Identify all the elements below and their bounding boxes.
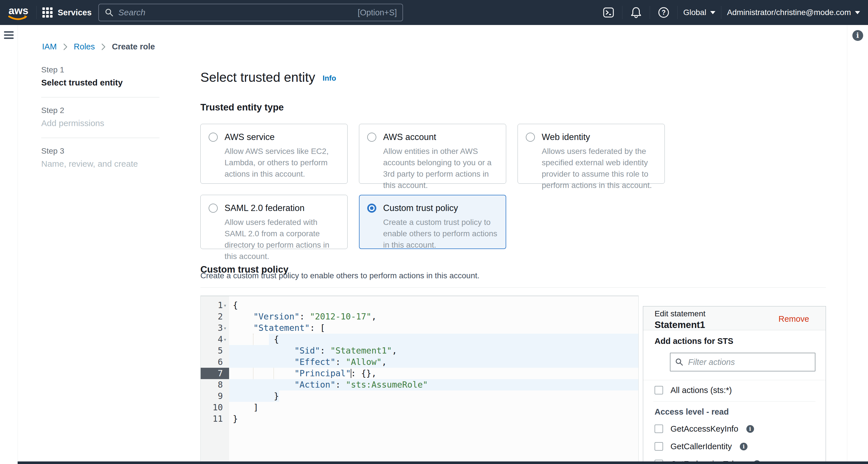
code-lines: 1 ▾ { 2 "Version": "2012-10-17", 3 ▾ "St… xyxy=(200,300,638,425)
fold-arrow-icon[interactable]: ▾ xyxy=(223,300,229,311)
aws-logo-icon: aws xyxy=(7,4,31,21)
policy-code-editor[interactable]: 1 ▾ { 2 "Version": "2012-10-17", 3 ▾ "St… xyxy=(200,296,639,461)
info-icon[interactable]: i xyxy=(852,30,863,41)
all-actions-checkbox[interactable] xyxy=(655,386,663,394)
card-title: AWS service xyxy=(224,132,339,142)
topbar-divider xyxy=(721,6,721,19)
topbar-divider xyxy=(650,6,650,19)
radio-icon[interactable] xyxy=(367,204,376,213)
code-text: "Action": "sts:AssumeRole" xyxy=(229,379,638,391)
step-number: Step 2 xyxy=(41,106,159,115)
remove-statement-button[interactable]: Remove xyxy=(778,314,809,324)
radio-icon[interactable] xyxy=(526,133,535,142)
access-level-heading: Access level - read xyxy=(655,407,826,417)
edit-statement-header: Edit statement Statement1 Remove xyxy=(643,306,826,330)
code-line[interactable]: 9 } xyxy=(200,391,638,402)
line-number-cell: 11 xyxy=(200,413,229,425)
svg-text:?: ? xyxy=(662,9,665,16)
search-icon xyxy=(675,358,684,366)
info-icon[interactable]: i xyxy=(746,425,754,433)
code-text: "Principal": {}, xyxy=(229,368,638,379)
code-line[interactable]: 3 ▾ "Statement": [ xyxy=(200,322,638,334)
step-divider xyxy=(41,97,159,97)
help-button[interactable]: ? xyxy=(657,6,670,19)
breadcrumb-link[interactable]: IAM xyxy=(42,42,57,52)
iam-create-role-page: aws Services Search [Option+S] xyxy=(0,0,868,464)
code-text: "Sid": "Statement1", xyxy=(229,345,638,356)
panel-divider xyxy=(643,380,826,380)
code-line[interactable]: 8 "Action": "sts:AssumeRole" xyxy=(200,379,638,391)
step-label: Select trusted entity xyxy=(41,78,159,88)
cloudshell-terminal-icon xyxy=(602,6,615,19)
all-actions-row: All actions (sts:*) xyxy=(643,385,826,396)
line-number-cell: 4 ▾ xyxy=(200,334,229,345)
chevron-down-icon xyxy=(710,11,715,14)
hamburger-menu-icon[interactable] xyxy=(4,31,13,39)
card-body: SAML 2.0 federation Allow users federate… xyxy=(224,203,339,241)
radio-icon[interactable] xyxy=(209,133,218,142)
card-title: AWS account xyxy=(383,132,498,142)
radio-icon[interactable] xyxy=(367,133,376,142)
add-actions-heading: Add actions for STS xyxy=(655,336,826,346)
step-divider xyxy=(41,138,159,138)
code-line[interactable]: 10 ] xyxy=(200,402,638,413)
line-number: 11 xyxy=(200,413,229,425)
code-line[interactable]: 6 "Effect": "Allow", xyxy=(200,356,638,368)
line-number: 8 xyxy=(200,379,229,391)
action-row: GetAccessKeyInfo i xyxy=(643,423,826,434)
line-number-cell: 3 ▾ xyxy=(200,322,229,334)
card-description: Create a custom trust policy to enable o… xyxy=(383,217,498,251)
aws-console-topbar: aws Services Search [Option+S] xyxy=(0,0,868,25)
code-line[interactable]: 4 ▾ { xyxy=(200,334,638,345)
fold-arrow-icon[interactable]: ▾ xyxy=(223,334,229,345)
code-text: } xyxy=(229,413,638,425)
breadcrumb: IAMRolesCreate role xyxy=(42,42,155,52)
account-label: Administrator/christine@mode.com xyxy=(727,8,851,17)
card-description: Allow entities in other AWS accounts bel… xyxy=(383,146,498,191)
entity-card-custom-trust-policy[interactable]: Custom trust policy Create a custom trus… xyxy=(359,195,506,249)
search-placeholder: Search xyxy=(118,8,353,17)
step-number: Step 1 xyxy=(41,65,159,74)
wizard-steps: Step 1 Select trusted entity Step 2 Add … xyxy=(41,65,159,169)
entity-card-aws-account[interactable]: AWS account Allow entities in other AWS … xyxy=(359,124,506,184)
code-line[interactable]: 1 ▾ { xyxy=(200,300,638,311)
radio-icon[interactable] xyxy=(209,204,218,213)
breadcrumb-link[interactable]: Roles xyxy=(74,42,95,52)
code-line[interactable]: 7 "Principal": {}, xyxy=(200,368,638,379)
entity-card-aws-service[interactable]: AWS service Allow AWS services like EC2,… xyxy=(200,124,348,184)
cloudshell-button[interactable] xyxy=(602,6,615,19)
search-input[interactable]: Search [Option+S] xyxy=(98,4,403,21)
topbar-divider xyxy=(677,6,678,19)
card-body: AWS account Allow entities in other AWS … xyxy=(383,132,498,175)
entity-card-saml-2-0-federation[interactable]: SAML 2.0 federation Allow users federate… xyxy=(200,195,348,249)
bell-icon xyxy=(630,6,642,19)
breadcrumb-chevron-icon xyxy=(63,43,68,51)
line-number: 2 xyxy=(200,311,229,322)
card-description: Allow users federated with SAML 2.0 from… xyxy=(224,217,339,262)
code-line[interactable]: 11 } xyxy=(200,413,638,425)
services-menu-button[interactable]: Services xyxy=(42,7,92,18)
info-icon[interactable]: i xyxy=(740,443,747,451)
step-number: Step 3 xyxy=(41,146,159,156)
services-grid-icon xyxy=(42,7,53,18)
region-selector[interactable]: Global xyxy=(683,8,715,17)
line-number-cell: 1 ▾ xyxy=(200,300,229,311)
filter-actions-input[interactable]: Filter actions xyxy=(670,353,815,371)
action-checkbox[interactable] xyxy=(655,442,663,451)
action-checkbox[interactable] xyxy=(655,425,663,433)
fold-arrow-icon[interactable]: ▾ xyxy=(223,322,229,334)
help-question-icon: ? xyxy=(657,6,670,19)
card-description: Allows users federated by the specified … xyxy=(542,146,656,191)
console-footer-edge xyxy=(18,461,868,464)
notifications-button[interactable] xyxy=(630,6,642,19)
edit-statement-panel: Edit statement Statement1 Remove Add act… xyxy=(643,306,826,462)
code-line[interactable]: 2 "Version": "2012-10-17", xyxy=(200,311,638,322)
entity-card-web-identity[interactable]: Web identity Allows users federated by t… xyxy=(518,124,665,184)
code-line[interactable]: 5 "Sid": "Statement1", xyxy=(200,345,638,356)
account-menu[interactable]: Administrator/christine@mode.com xyxy=(727,8,860,17)
aws-logo[interactable]: aws xyxy=(7,4,31,21)
line-number: 9 xyxy=(200,391,229,402)
page-title: Select trusted entity xyxy=(200,70,315,85)
title-info-link[interactable]: Info xyxy=(322,74,336,82)
trusted-entity-cards: AWS service Allow AWS services like EC2,… xyxy=(200,124,678,249)
